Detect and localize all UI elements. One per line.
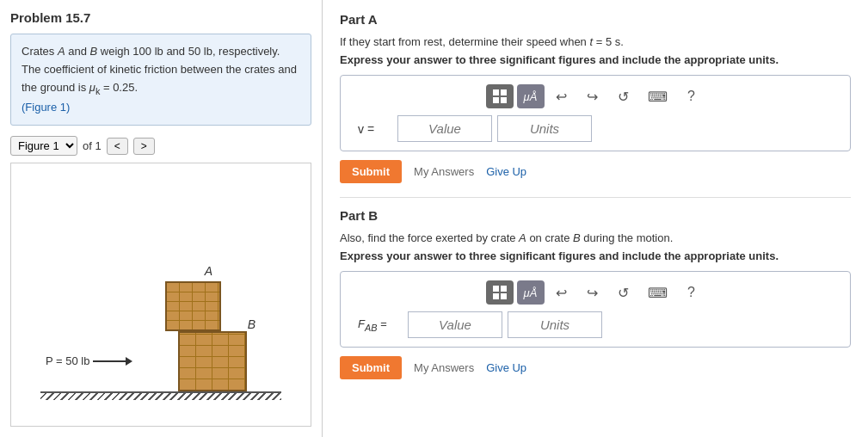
part-a-value-input[interactable] xyxy=(397,115,492,142)
grid-icon-a xyxy=(493,89,507,103)
grid-button-b[interactable] xyxy=(486,280,514,305)
refresh-button-b[interactable]: ↺ xyxy=(610,280,637,305)
part-a-toolbar: μÅ ↩ ↪ ↺ ⌨ ? xyxy=(351,84,840,108)
mu-icon-a: μÅ xyxy=(524,90,538,103)
part-b-submit-button[interactable]: Submit xyxy=(340,356,402,379)
part-a-input-row: v = xyxy=(351,115,840,142)
figure-nav: Figure 1 of 1 < > xyxy=(10,136,311,156)
undo-icon-a: ↩ xyxy=(556,89,567,105)
undo-button-a[interactable]: ↩ xyxy=(548,84,576,108)
part-a-eq-label: v = xyxy=(358,122,392,136)
part-a-submit-button[interactable]: Submit xyxy=(340,160,402,183)
part-a-action-row: Submit My Answers Give Up xyxy=(340,160,851,183)
part-a-section: Part A If they start from rest, determin… xyxy=(340,12,851,183)
next-figure-button[interactable]: > xyxy=(133,138,155,155)
mu-button-a[interactable]: μÅ xyxy=(517,84,545,108)
part-b-my-answers-link[interactable]: My Answers xyxy=(414,361,474,374)
refresh-icon-b: ↺ xyxy=(618,285,629,301)
redo-button-a[interactable]: ↪ xyxy=(579,84,606,108)
force-label: P = 50 lb xyxy=(46,354,89,367)
part-b-eq-label: FAB = xyxy=(358,317,403,333)
crate-a-label: A xyxy=(205,264,212,278)
part-a-express: Express your answer to three significant… xyxy=(340,53,851,66)
mu-button-b[interactable]: μÅ xyxy=(517,280,545,305)
help-button-a[interactable]: ? xyxy=(678,84,705,108)
keyboard-button-b[interactable]: ⌨ xyxy=(641,280,674,305)
left-panel: Problem 15.7 Crates A and B weigh 100 lb… xyxy=(0,0,323,437)
crate-b-label: B xyxy=(248,317,255,331)
divider xyxy=(340,197,851,198)
undo-button-b[interactable]: ↩ xyxy=(548,280,576,305)
redo-icon-b: ↪ xyxy=(587,285,598,301)
crate-a-lines xyxy=(167,283,219,329)
help-icon-b: ? xyxy=(687,285,695,300)
force-arrow: P = 50 lb xyxy=(46,354,127,367)
keyboard-icon-a: ⌨ xyxy=(648,89,668,105)
part-b-section: Part B Also, find the force exerted by c… xyxy=(340,208,851,379)
redo-icon-a: ↪ xyxy=(587,89,598,105)
arrow-line xyxy=(93,360,127,362)
redo-button-b[interactable]: ↪ xyxy=(579,280,606,305)
part-b-input-row: FAB = xyxy=(351,311,840,338)
grid-icon-b xyxy=(493,286,507,299)
part-a-title: Part A xyxy=(340,12,851,27)
part-b-answer-box: μÅ ↩ ↪ ↺ ⌨ ? FAB = xyxy=(340,271,851,348)
part-b-express: Express your answer to three significant… xyxy=(340,249,851,262)
figure-link[interactable]: (Figure 1) xyxy=(22,101,70,114)
prev-figure-button[interactable]: < xyxy=(107,138,128,155)
description-text: Crates A and B weigh 100 lb and 50 lb, r… xyxy=(22,45,297,94)
crate-b-lines xyxy=(180,333,245,390)
crate-b xyxy=(178,331,247,391)
part-b-give-up-link[interactable]: Give Up xyxy=(486,361,526,374)
part-a-give-up-link[interactable]: Give Up xyxy=(486,165,526,178)
mu-icon-b: μÅ xyxy=(524,286,538,299)
part-a-answer-box: μÅ ↩ ↪ ↺ ⌨ ? v = xyxy=(340,75,851,151)
help-icon-a: ? xyxy=(687,89,695,104)
crate-scene: A B P = 50 lb xyxy=(40,271,281,409)
refresh-icon-a: ↺ xyxy=(618,89,629,105)
grid-button-a[interactable] xyxy=(486,84,514,108)
part-a-my-answers-link[interactable]: My Answers xyxy=(414,165,474,178)
part-a-question: If they start from rest, determine their… xyxy=(340,35,851,48)
refresh-button-a[interactable]: ↺ xyxy=(610,84,637,108)
keyboard-button-a[interactable]: ⌨ xyxy=(641,84,674,108)
part-b-title: Part B xyxy=(340,208,851,223)
problem-description: Crates A and B weigh 100 lb and 50 lb, r… xyxy=(10,34,311,126)
undo-icon-b: ↩ xyxy=(556,285,567,301)
part-b-toolbar: μÅ ↩ ↪ ↺ ⌨ ? xyxy=(351,280,840,305)
problem-title: Problem 15.7 xyxy=(10,10,311,25)
part-a-units-input[interactable] xyxy=(497,115,592,142)
figure-of-label: of 1 xyxy=(83,139,102,152)
part-b-question: Also, find the force exerted by crate A … xyxy=(340,231,851,244)
right-panel: Part A If they start from rest, determin… xyxy=(323,0,868,437)
keyboard-icon-b: ⌨ xyxy=(648,285,668,301)
figure-area: A B P = 50 lb xyxy=(10,163,311,427)
part-b-value-input[interactable] xyxy=(408,311,502,338)
part-b-units-input[interactable] xyxy=(508,311,602,338)
ground-hatching xyxy=(40,393,281,400)
crate-a xyxy=(165,281,221,331)
part-b-action-row: Submit My Answers Give Up xyxy=(340,356,851,379)
help-button-b[interactable]: ? xyxy=(678,280,705,305)
figure-select[interactable]: Figure 1 xyxy=(10,136,77,156)
